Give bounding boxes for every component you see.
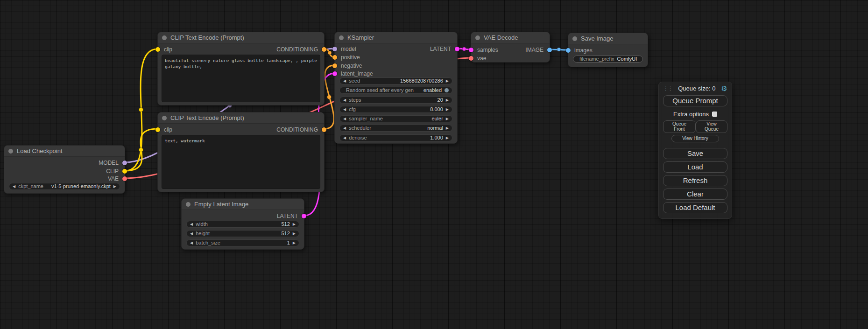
latent-image-input-port[interactable] — [332, 71, 337, 76]
arrow-left-icon[interactable]: ◀ — [343, 97, 346, 103]
input-slot-model[interactable]: model LATENT — [335, 46, 457, 52]
save-button[interactable]: Save — [663, 148, 727, 159]
arrow-left-icon[interactable]: ◀ — [343, 106, 346, 112]
conditioning-output-port[interactable] — [322, 47, 326, 52]
arrow-left-icon[interactable]: ◀ — [190, 231, 193, 237]
node-title-bar[interactable]: VAE Decode — [471, 32, 550, 43]
node-graph-canvas[interactable]: Load Checkpoint MODEL CLIP VAE ◀ ckpt_na… — [0, 0, 868, 329]
arrow-right-icon[interactable]: ▶ — [113, 183, 116, 189]
node-title-bar[interactable]: KSampler — [335, 32, 457, 43]
collapse-dot[interactable] — [162, 116, 167, 120]
node-clip-text-encode-negative[interactable]: CLIP Text Encode (Prompt) clip CONDITION… — [157, 112, 325, 192]
node-clip-text-encode-positive[interactable]: CLIP Text Encode (Prompt) clip CONDITION… — [157, 32, 325, 105]
input-slot-latent-image[interactable]: latent_image — [335, 70, 457, 77]
node-title-bar[interactable]: Load Checkpoint — [4, 146, 125, 157]
filename-prefix-widget[interactable]: filename_prefix ComfyUI — [573, 56, 643, 63]
arrow-right-icon[interactable]: ▶ — [293, 221, 296, 227]
slot-row[interactable]: clip CONDITIONING — [158, 126, 324, 133]
load-button[interactable]: Load — [663, 161, 727, 173]
model-port[interactable] — [122, 161, 127, 165]
output-slot-model[interactable]: MODEL — [4, 160, 125, 166]
node-title-bar[interactable]: CLIP Text Encode (Prompt) — [158, 32, 324, 43]
toggle-knob[interactable] — [445, 88, 449, 92]
collapse-dot[interactable] — [572, 36, 577, 41]
collapse-dot[interactable] — [8, 149, 13, 154]
arrow-right-icon[interactable]: ▶ — [293, 240, 296, 246]
vae-input-port[interactable] — [469, 56, 473, 61]
negative-input-port[interactable] — [332, 63, 337, 68]
prompt-textarea[interactable]: beautiful scenery nature glass bottle la… — [162, 55, 320, 102]
view-history-button[interactable]: View History — [671, 135, 719, 142]
ckpt-name-widget[interactable]: ◀ ckpt_name v1-5-pruned-emaonly.ckpt ▶ — [9, 183, 120, 190]
latent-output-port[interactable] — [455, 47, 459, 51]
node-vae-decode[interactable]: VAE Decode samples IMAGE vae — [471, 32, 550, 63]
input-slot-vae[interactable]: vae — [471, 55, 550, 62]
node-empty-latent-image[interactable]: Empty Latent Image LATENT ◀ width 512 ▶ … — [181, 198, 304, 250]
arrow-left-icon[interactable]: ◀ — [343, 125, 346, 131]
samples-input-port[interactable] — [469, 48, 473, 52]
denoise-widget[interactable]: ◀ denoise 1.000 ▶ — [339, 134, 452, 141]
input-slot-samples[interactable]: samples IMAGE — [471, 47, 550, 53]
arrow-right-icon[interactable]: ▶ — [446, 116, 449, 122]
input-slot-images[interactable]: images — [568, 47, 648, 54]
cfg-widget[interactable]: ◀ cfg 8.000 ▶ — [339, 106, 452, 113]
node-title-bar[interactable]: CLIP Text Encode (Prompt) — [158, 112, 324, 124]
queue-front-button[interactable]: Queue Front — [663, 120, 696, 133]
height-widget[interactable]: ◀ height 512 ▶ — [186, 230, 299, 237]
slot-label: clip — [164, 46, 172, 53]
arrow-right-icon[interactable]: ▶ — [446, 135, 449, 141]
input-slot-negative[interactable]: negative — [335, 63, 457, 69]
output-slot-latent[interactable]: LATENT — [182, 213, 304, 219]
collapse-dot[interactable] — [162, 35, 167, 40]
arrow-right-icon[interactable]: ▶ — [446, 106, 449, 112]
settings-gear-icon[interactable]: ⚙ — [721, 85, 727, 92]
conditioning-output-port[interactable] — [322, 127, 326, 132]
random-seed-toggle-widget[interactable]: Random seed after every gen enabled — [339, 87, 452, 94]
refresh-button[interactable]: Refresh — [663, 175, 727, 186]
vae-port[interactable] — [122, 176, 127, 181]
input-slot-positive[interactable]: positive — [335, 54, 457, 61]
clear-button[interactable]: Clear — [663, 189, 727, 200]
slot-row[interactable]: clip CONDITIONING — [158, 46, 324, 53]
model-input-port[interactable] — [332, 47, 337, 51]
arrow-right-icon[interactable]: ▶ — [446, 97, 449, 103]
collapse-dot[interactable] — [475, 35, 480, 40]
node-title-bar[interactable]: Save Image — [568, 33, 648, 44]
output-slot-vae[interactable]: VAE — [4, 175, 125, 182]
clip-port[interactable] — [122, 169, 127, 174]
arrow-right-icon[interactable]: ▶ — [446, 78, 449, 84]
latent-output-port[interactable] — [302, 214, 306, 218]
node-save-image[interactable]: Save Image images filename_prefix ComfyU… — [568, 33, 648, 67]
clip-input-port[interactable] — [155, 127, 160, 132]
clip-input-port[interactable] — [155, 47, 160, 52]
arrow-left-icon[interactable]: ◀ — [343, 78, 346, 84]
scheduler-widget[interactable]: ◀ scheduler normal ▶ — [339, 125, 452, 132]
positive-input-port[interactable] — [332, 55, 337, 60]
load-default-button[interactable]: Load Default — [663, 202, 727, 213]
arrow-left-icon[interactable]: ◀ — [343, 135, 346, 141]
node-ksampler[interactable]: KSampler model LATENT positive negative … — [334, 32, 458, 144]
drag-handle-icon[interactable]: ⋮⋮ — [663, 85, 672, 92]
batch-size-widget[interactable]: ◀ batch_size 1 ▶ — [186, 239, 299, 246]
images-input-port[interactable] — [566, 48, 571, 53]
output-slot-clip[interactable]: CLIP — [4, 168, 125, 175]
arrow-left-icon[interactable]: ◀ — [343, 116, 346, 122]
node-load-checkpoint[interactable]: Load Checkpoint MODEL CLIP VAE ◀ ckpt_na… — [4, 145, 125, 194]
sampler-name-widget[interactable]: ◀ sampler_name euler ▶ — [339, 115, 452, 122]
seed-widget[interactable]: ◀ seed 156680208700286 ▶ — [339, 77, 452, 84]
arrow-right-icon[interactable]: ▶ — [446, 125, 449, 131]
queue-prompt-button[interactable]: Queue Prompt — [663, 95, 727, 106]
steps-widget[interactable]: ◀ steps 20 ▶ — [339, 97, 452, 104]
image-output-port[interactable] — [547, 48, 552, 52]
view-queue-button[interactable]: View Queue — [696, 120, 727, 133]
arrow-right-icon[interactable]: ▶ — [293, 231, 296, 237]
width-widget[interactable]: ◀ width 512 ▶ — [186, 221, 299, 228]
collapse-dot[interactable] — [339, 35, 344, 40]
arrow-left-icon[interactable]: ◀ — [190, 221, 193, 227]
collapse-dot[interactable] — [186, 202, 191, 207]
extra-options-checkbox[interactable] — [712, 112, 717, 117]
node-title-bar[interactable]: Empty Latent Image — [182, 199, 304, 210]
arrow-left-icon[interactable]: ◀ — [190, 240, 193, 246]
arrow-left-icon[interactable]: ◀ — [13, 183, 15, 189]
prompt-textarea[interactable]: text, watermark — [162, 135, 320, 189]
